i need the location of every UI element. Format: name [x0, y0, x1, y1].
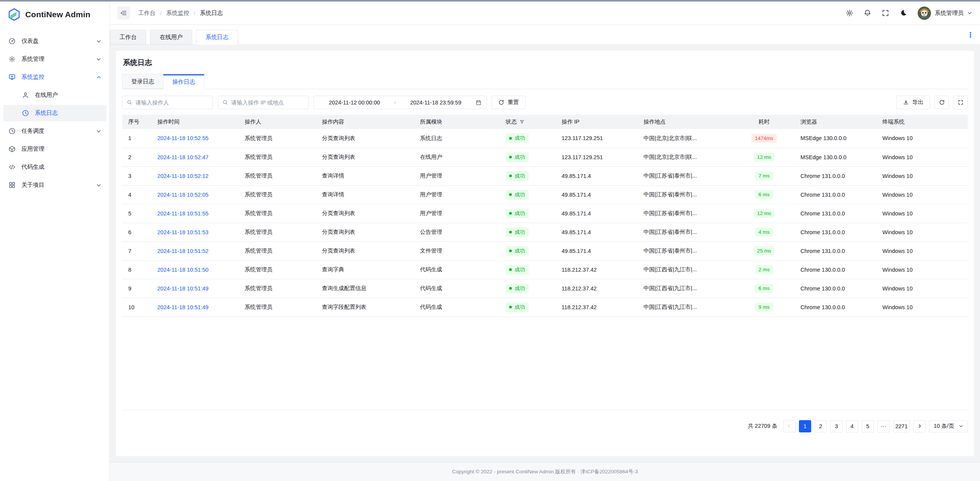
app-logo[interactable]: ContiNew Admin — [0, 2, 109, 25]
cell-time-link[interactable]: 2024-11-18 10:51:53 — [151, 223, 238, 241]
cell-operator: 系统管理员 — [238, 279, 316, 298]
calendar-icon — [475, 99, 482, 106]
sidebar-item-app-management[interactable]: 应用管理 — [3, 141, 106, 157]
cell-content: 查询详情 — [316, 166, 414, 185]
tab-more-dots-icon[interactable] — [966, 30, 975, 39]
page-tab-system-log[interactable]: 系统日志 — [196, 30, 238, 45]
cell-location: 中国|江苏省|泰州市|... — [637, 166, 734, 185]
pagination-prev-button[interactable] — [783, 420, 795, 432]
sidebar-collapse-button[interactable] — [117, 7, 130, 20]
cell-os: Windows 10 — [876, 298, 968, 316]
sidebar-item-system-management[interactable]: 系统管理 — [3, 51, 106, 67]
pagination-ellipsis[interactable]: ··· — [877, 420, 890, 432]
cell-time-link[interactable]: 2024-11-18 10:51:49 — [151, 298, 238, 316]
cell-time-link[interactable]: 2024-11-18 10:52:12 — [151, 166, 238, 185]
cell-status: 成功 — [500, 298, 555, 316]
status-dot — [509, 287, 512, 290]
page-size-select[interactable]: 10 条/页 — [929, 420, 968, 432]
table-fullscreen-button[interactable] — [953, 96, 968, 109]
operator-search-input[interactable] — [136, 99, 208, 106]
cell-time-link[interactable]: 2024-11-18 10:52:47 — [151, 148, 238, 166]
sidebar-item-about-project[interactable]: 关于项目 — [3, 177, 106, 193]
chevron-down-icon — [96, 57, 101, 62]
cell-time-link[interactable]: 2024-11-18 10:51:52 — [151, 241, 238, 260]
sidebar-item-code-generation[interactable]: 代码生成 — [3, 159, 106, 175]
status-badge: 成功 — [506, 190, 529, 200]
cell-module: 代码生成 — [414, 260, 500, 279]
tab-login-log[interactable]: 登录日志 — [122, 74, 163, 89]
pagination-page-3[interactable]: 3 — [830, 420, 843, 432]
export-button[interactable]: 导出 — [896, 96, 930, 109]
status-dot — [509, 174, 512, 177]
page-tab-online-users[interactable]: 在线用户 — [150, 30, 192, 44]
reset-button[interactable]: 重置 — [492, 96, 526, 109]
cell-time-link[interactable]: 2024-11-18 10:51:50 — [151, 260, 238, 279]
download-icon — [903, 99, 909, 105]
sidebar-item-online-users[interactable]: 在线用户 — [3, 87, 106, 103]
cell-browser: MSEdge 130.0.0.0 — [794, 129, 876, 148]
ip-search-box — [218, 96, 309, 109]
status-dot — [509, 306, 512, 308]
cell-operator: 系统管理员 — [238, 241, 316, 260]
cell-duration: 7 ms — [734, 166, 794, 185]
pagination-page-4[interactable]: 4 — [846, 420, 858, 432]
cell-browser: Chrome 130.0.0.0 — [794, 260, 876, 279]
filter-funnel-icon[interactable] — [519, 119, 524, 124]
cell-location: 中国|江西省|九江市|... — [637, 279, 734, 298]
cell-location: 中国|北京|北京市|联... — [637, 129, 734, 148]
duration-badge: 4 ms — [755, 228, 773, 236]
cell-os: Windows 10 — [876, 148, 968, 166]
breadcrumb: 工作台 / 系统监控 / 系统日志 — [138, 10, 223, 17]
breadcrumb-separator: / — [194, 10, 195, 16]
export-label: 导出 — [912, 99, 923, 106]
pagination-page-5[interactable]: 5 — [862, 420, 874, 432]
sidebar-item-label: 在线用户 — [35, 91, 58, 99]
cell-status: 成功 — [500, 148, 555, 166]
chevron-down-icon — [959, 424, 963, 428]
status-dot — [509, 249, 512, 252]
date-range-picker[interactable]: 2024-11-12 00:00:00 - 2024-11-18 23:59:5… — [314, 96, 487, 109]
menu-fold-icon — [120, 10, 127, 16]
pagination-next-button[interactable] — [913, 420, 926, 432]
breadcrumb-item[interactable]: 系统监控 — [166, 10, 189, 17]
settings-gear-icon[interactable] — [846, 9, 853, 17]
cell-browser: Chrome 131.0.0.0 — [794, 185, 876, 204]
cell-module: 代码生成 — [414, 298, 500, 316]
cell-no: 5 — [122, 204, 151, 223]
refresh-table-button[interactable] — [934, 96, 949, 109]
user-menu[interactable]: 系统管理员 — [918, 7, 972, 20]
tab-operation-log[interactable]: 操作日志 — [163, 74, 204, 89]
table-actions: 导出 — [896, 96, 968, 109]
breadcrumb-item[interactable]: 工作台 — [138, 10, 155, 17]
status-dot — [509, 268, 512, 271]
cell-time-link[interactable]: 2024-11-18 10:52:05 — [151, 185, 238, 204]
cell-time-link[interactable]: 2024-11-18 10:52:55 — [151, 129, 238, 148]
dark-mode-moon-icon[interactable] — [900, 9, 907, 17]
refresh-icon — [498, 99, 504, 105]
filter-bar: 2024-11-12 00:00:00 - 2024-11-18 23:59:5… — [122, 96, 968, 109]
pagination-page-2[interactable]: 2 — [815, 420, 827, 432]
cell-os: Windows 10 — [876, 166, 968, 185]
sidebar-item-dashboard[interactable]: 仪表盘 — [3, 33, 106, 49]
ip-search-input[interactable] — [231, 99, 304, 106]
sidebar-item-task-scheduler[interactable]: 任务调度 — [3, 123, 106, 139]
sidebar-menu: 仪表盘 系统管理 — [0, 31, 109, 195]
cell-operator: 系统管理员 — [238, 298, 316, 316]
column-header-os: 终端系统 — [876, 115, 968, 129]
footer: Copyright © 2022 - present ContiNew Admi… — [110, 462, 980, 481]
search-icon — [127, 99, 132, 105]
status-dot — [509, 137, 512, 140]
cell-location: 中国|江苏省|泰州市|... — [637, 223, 734, 241]
page-tab-workbench[interactable]: 工作台 — [110, 30, 146, 44]
notification-bell-icon[interactable] — [864, 9, 871, 17]
fullscreen-icon[interactable] — [882, 9, 889, 17]
cell-content: 分页查询列表 — [316, 204, 414, 223]
pagination-page-last[interactable]: 2271 — [893, 420, 910, 432]
sidebar-item-system-log[interactable]: 系统日志 — [3, 105, 106, 121]
pagination-page-1[interactable]: 1 — [799, 420, 811, 432]
cell-no: 3 — [122, 166, 151, 185]
cell-time-link[interactable]: 2024-11-18 10:51:49 — [151, 279, 238, 298]
sidebar-item-system-monitor[interactable]: 系统监控 — [3, 69, 106, 85]
duration-badge: 25 ms — [754, 246, 775, 255]
cell-time-link[interactable]: 2024-11-18 10:51:55 — [151, 204, 238, 223]
